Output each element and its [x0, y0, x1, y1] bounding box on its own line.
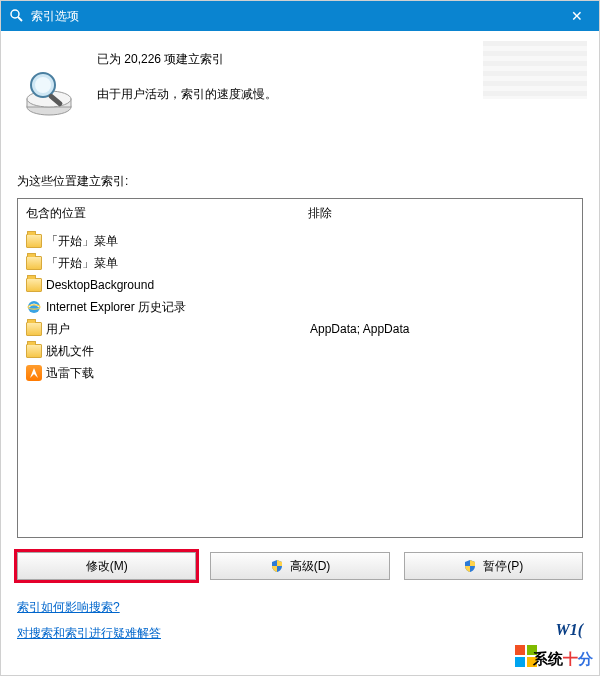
location-name: DesktopBackground	[46, 278, 154, 292]
window-title: 索引选项	[31, 8, 554, 25]
included-column: 包含的位置 「开始」菜单 「开始」菜单 DesktopBackground	[18, 199, 300, 537]
how-search-link[interactable]: 索引如何影响搜索?	[17, 594, 120, 620]
location-name: 「开始」菜单	[46, 255, 118, 272]
magnifier-drive-icon	[21, 63, 77, 119]
list-item[interactable]: DesktopBackground	[26, 274, 292, 296]
location-name: 「开始」菜单	[46, 233, 118, 250]
shield-icon	[463, 559, 477, 573]
ie-icon	[26, 299, 42, 315]
included-header: 包含的位置	[26, 205, 292, 222]
pause-button[interactable]: 暂停(P)	[404, 552, 583, 580]
folder-icon	[26, 344, 42, 358]
exclude-value: AppData; AppData	[308, 318, 574, 340]
status-text: 已为 20,226 项建立索引 由于用户活动，索引的速度减慢。	[97, 49, 277, 103]
exclude-value	[308, 230, 574, 252]
folder-icon	[26, 278, 42, 292]
watermark-code: W1(	[555, 621, 583, 639]
exclude-value	[308, 340, 574, 362]
advanced-label: 高级(D)	[290, 558, 331, 575]
shield-icon	[270, 559, 284, 573]
list-item[interactable]: 迅雷下载	[26, 362, 292, 384]
xunlei-icon	[26, 365, 42, 381]
list-item[interactable]: 「开始」菜单	[26, 230, 292, 252]
titlebar: 索引选项 ✕	[1, 1, 599, 31]
folder-icon	[26, 256, 42, 270]
svg-rect-10	[515, 645, 525, 655]
exclude-value	[308, 362, 574, 384]
indexing-icon	[9, 8, 25, 24]
svg-point-6	[35, 77, 51, 93]
close-button[interactable]: ✕	[554, 1, 599, 31]
modify-button[interactable]: 修改(M)	[17, 552, 196, 580]
button-row: 修改(M) 高级(D) 暂停(P)	[17, 552, 583, 580]
excluded-header: 排除	[308, 205, 574, 222]
folder-icon	[26, 322, 42, 336]
excluded-column: 排除 AppData; AppData	[300, 199, 582, 537]
dialog-content: 已为 20,226 项建立索引 由于用户活动，索引的速度减慢。 为这些位置建立索…	[1, 31, 599, 647]
folder-icon	[26, 234, 42, 248]
location-name: 脱机文件	[46, 343, 94, 360]
location-name: 用户	[46, 321, 70, 338]
modify-label: 修改(M)	[86, 558, 128, 575]
watermark-brand: 系统 十 分	[533, 650, 593, 669]
location-name: 迅雷下载	[46, 365, 94, 382]
svg-rect-12	[515, 657, 525, 667]
status-area: 已为 20,226 项建立索引 由于用户活动，索引的速度减慢。	[17, 31, 583, 119]
troubleshoot-link[interactable]: 对搜索和索引进行疑难解答	[17, 620, 161, 646]
brand-part3: 分	[578, 650, 593, 669]
svg-line-1	[18, 17, 22, 21]
indexed-count-text: 已为 20,226 项建立索引	[97, 51, 277, 68]
pause-label: 暂停(P)	[483, 558, 523, 575]
exclude-value	[308, 274, 574, 296]
brand-part1: 系统	[533, 650, 563, 669]
location-name: Internet Explorer 历史记录	[46, 299, 186, 316]
close-icon: ✕	[571, 8, 583, 24]
locations-listbox[interactable]: 包含的位置 「开始」菜单 「开始」菜单 DesktopBackground	[17, 198, 583, 538]
help-links: 索引如何影响搜索? 对搜索和索引进行疑难解答	[17, 594, 583, 647]
list-item[interactable]: 用户	[26, 318, 292, 340]
redaction-patch	[483, 41, 587, 99]
list-item[interactable]: Internet Explorer 历史记录	[26, 296, 292, 318]
advanced-button[interactable]: 高级(D)	[210, 552, 389, 580]
list-item[interactable]: 「开始」菜单	[26, 252, 292, 274]
list-item[interactable]: 脱机文件	[26, 340, 292, 362]
locations-label: 为这些位置建立索引:	[17, 173, 583, 190]
indexing-speed-text: 由于用户活动，索引的速度减慢。	[97, 86, 277, 103]
exclude-value	[308, 296, 574, 318]
exclude-value	[308, 252, 574, 274]
brand-part2: 十	[563, 650, 578, 669]
svg-point-0	[11, 10, 19, 18]
svg-point-8	[28, 301, 40, 313]
